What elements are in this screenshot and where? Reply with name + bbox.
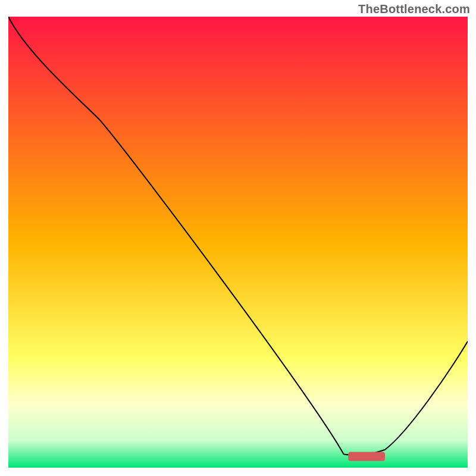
gradient-rect xyxy=(8,17,468,468)
plot-area xyxy=(8,17,468,468)
optimal-marker xyxy=(348,452,385,461)
plot-svg xyxy=(8,17,468,468)
chart-canvas: TheBottleneck.com xyxy=(0,0,476,476)
watermark-text: TheBottleneck.com xyxy=(358,2,470,16)
